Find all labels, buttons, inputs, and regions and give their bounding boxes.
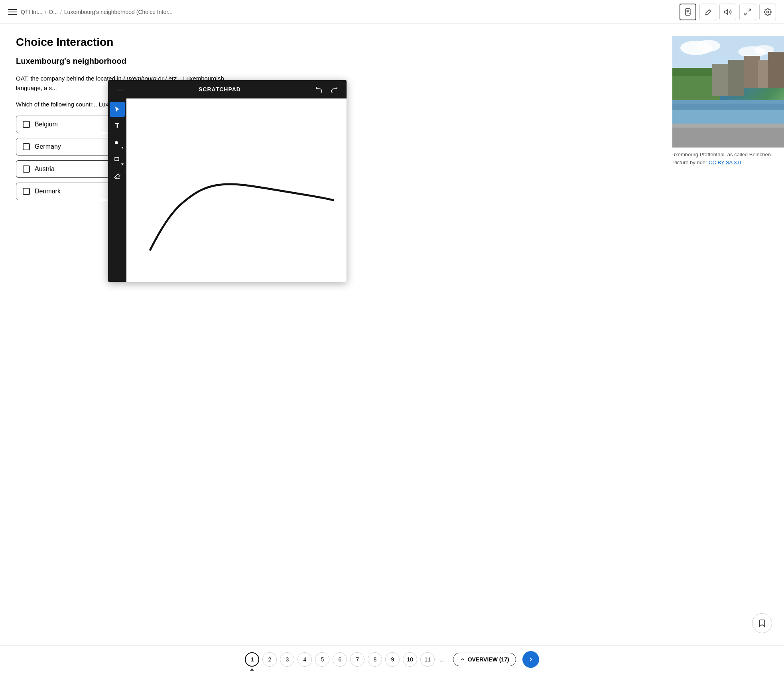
scratchpad-header-right — [313, 85, 340, 94]
svg-point-8 — [767, 11, 769, 13]
shape-tool[interactable] — [110, 135, 125, 150]
text-tool-label: T — [115, 122, 119, 130]
rectangle-sub-arrow — [121, 163, 124, 166]
header: QTI Int... / O... / Luxembourg's neighbo… — [0, 0, 784, 24]
caption-link[interactable]: CC BY-SA 3.0 — [709, 159, 741, 165]
redo-icon — [331, 86, 338, 93]
page-title: Choice Interaction — [16, 36, 768, 49]
rectangle-tool[interactable] — [110, 152, 125, 167]
cursor-icon — [114, 106, 121, 113]
settings-button[interactable] — [759, 4, 776, 20]
pen-button[interactable] — [699, 4, 716, 20]
checkbox-austria[interactable] — [23, 165, 30, 173]
shape-sub-arrow — [121, 146, 124, 150]
image-placeholder — [672, 36, 784, 148]
svg-marker-30 — [121, 163, 124, 165]
select-tool[interactable] — [110, 102, 125, 117]
audio-icon — [724, 8, 732, 16]
choice-label-austria: Austria — [35, 165, 55, 173]
caption-text-end: . — [743, 159, 744, 165]
svg-rect-24 — [672, 110, 784, 124]
pen-icon — [704, 8, 712, 16]
audio-button[interactable] — [719, 4, 736, 20]
text-tool[interactable]: T — [110, 118, 125, 134]
svg-line-4 — [709, 10, 710, 11]
expand-icon — [744, 8, 752, 16]
svg-rect-17 — [768, 52, 784, 88]
svg-marker-28 — [121, 147, 124, 149]
question-image — [672, 36, 784, 148]
scratchpad-minimize-button[interactable]: — — [114, 85, 126, 94]
svg-rect-0 — [686, 8, 690, 15]
eraser-tool[interactable] — [110, 169, 125, 184]
hamburger-menu-icon[interactable] — [8, 9, 17, 15]
scratchpad-header-left: — — [114, 85, 126, 94]
settings-icon — [764, 8, 772, 16]
rectangle-icon — [114, 156, 120, 163]
image-caption: uxembourg Pfaffenthal, as called Béinche… — [672, 151, 784, 166]
scratchpad-undo-button[interactable] — [313, 85, 325, 94]
eraser-icon — [114, 173, 121, 180]
choice-label-belgium: Belgium — [35, 121, 58, 128]
scratchpad-canvas[interactable] — [126, 98, 347, 212]
header-right — [680, 4, 776, 20]
svg-rect-21 — [728, 60, 744, 96]
breadcrumb-item-3[interactable]: Luxembourg's neighborhood (Choice Inter.… — [64, 9, 173, 15]
breadcrumb: QTI Int... / O... / Luxembourg's neighbo… — [21, 9, 173, 15]
svg-line-7 — [745, 12, 747, 15]
choice-label-germany: Germany — [35, 143, 61, 150]
checkbox-denmark[interactable] — [23, 188, 30, 195]
minimize-icon: — — [117, 85, 124, 94]
scratchpad-toolbar: T — [108, 98, 126, 212]
svg-line-6 — [749, 9, 751, 11]
breadcrumb-sep-1: / — [45, 9, 46, 15]
question-title: Luxembourg's neighborhood — [16, 57, 768, 66]
choice-label-denmark: Denmark — [35, 188, 61, 195]
river-town-image — [672, 36, 784, 148]
dot-icon — [114, 140, 120, 146]
scratchpad[interactable]: — SCRATCHPAD — [108, 80, 347, 212]
svg-rect-26 — [672, 128, 784, 148]
canvas-drawing — [126, 98, 347, 212]
svg-rect-23 — [672, 104, 784, 110]
expand-button[interactable] — [739, 4, 756, 20]
checkbox-belgium[interactable] — [23, 121, 30, 128]
scratchpad-redo-button[interactable] — [328, 85, 340, 94]
header-left: QTI Int... / O... / Luxembourg's neighbo… — [8, 9, 680, 15]
breadcrumb-item-2[interactable]: O... — [49, 9, 58, 15]
breadcrumb-sep-2: / — [60, 9, 62, 15]
scratchpad-body: T — [108, 98, 347, 212]
svg-point-27 — [115, 141, 118, 144]
svg-point-12 — [696, 40, 720, 52]
document-icon — [684, 8, 692, 16]
checkbox-germany[interactable] — [23, 143, 30, 150]
undo-icon — [315, 86, 323, 93]
document-button[interactable] — [680, 4, 696, 20]
scratchpad-title: SCRATCHPAD — [126, 86, 313, 92]
svg-rect-15 — [744, 56, 760, 88]
breadcrumb-item-1[interactable]: QTI Int... — [21, 9, 42, 15]
scratchpad-header: — SCRATCHPAD — [108, 80, 347, 98]
svg-marker-5 — [725, 10, 728, 14]
svg-rect-29 — [115, 157, 119, 161]
